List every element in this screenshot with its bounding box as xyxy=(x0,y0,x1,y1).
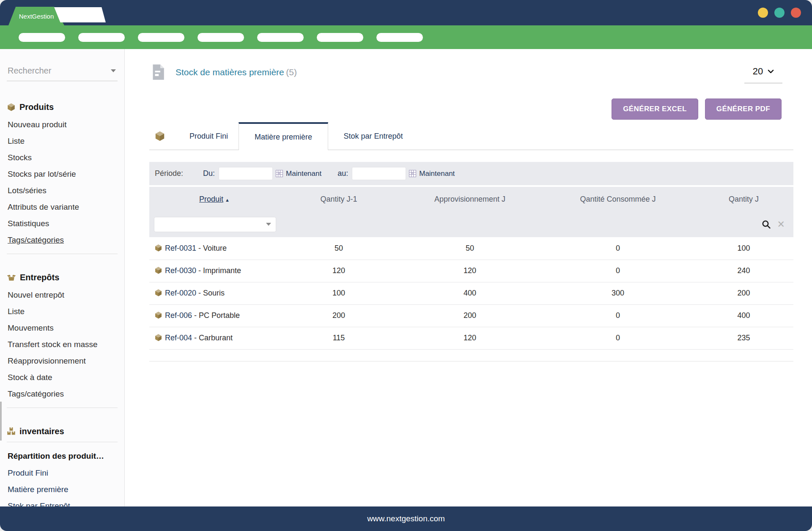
sidebar-divider xyxy=(7,254,118,254)
sidebar-item-produit-fini[interactable]: Produit Fini xyxy=(7,465,118,481)
sidebar-item-stocks[interactable]: Stocks xyxy=(7,149,118,166)
appro-j-cell: 120 xyxy=(398,327,542,349)
nav-item-placeholder-2[interactable] xyxy=(78,33,125,42)
qty-j1-cell: 120 xyxy=(280,260,398,282)
page-size-select[interactable]: 20 xyxy=(744,66,782,83)
sidebar-item-lots-series[interactable]: Lots/séries xyxy=(7,182,118,199)
page-title: Stock de matières première xyxy=(176,67,284,77)
calendar-icon[interactable] xyxy=(409,170,416,177)
product-ref-link[interactable]: Ref-004 xyxy=(165,334,192,342)
export-actions: GÉNÉRER EXCEL GÉNÉRER PDF xyxy=(612,99,782,120)
window-button-maximize[interactable] xyxy=(774,8,785,18)
tab-stok-par-entrepot[interactable]: Stok par Entrepôt xyxy=(328,122,418,150)
window-controls xyxy=(758,8,801,18)
tab-matiere-premiere[interactable]: Matière première xyxy=(239,122,328,150)
product-ref-link[interactable]: Ref-006 xyxy=(165,311,192,320)
chevron-down-icon xyxy=(266,223,271,226)
product-ref-link[interactable]: Ref-0031 xyxy=(165,244,196,252)
box-icon xyxy=(154,244,162,252)
conso-j-cell: 0 xyxy=(542,260,694,282)
nav-item-placeholder-1[interactable] xyxy=(19,33,65,42)
sidebar-item-mouvements[interactable]: Mouvements xyxy=(7,320,118,336)
blank-tab-placeholder[interactable] xyxy=(54,7,106,22)
sidebar-item-attributs-de-variante[interactable]: Attributs de variante xyxy=(7,199,118,215)
qty-j1-cell: 100 xyxy=(280,282,398,304)
stock-table: Produit▲ Qantity J-1 Approvisionnement J… xyxy=(149,187,793,361)
sidebar-item-liste-produits[interactable]: Liste xyxy=(7,133,118,149)
page-header: Stock de matières première (5) xyxy=(152,64,297,80)
table-row: Ref-004 - Carburant 115 120 0 235 xyxy=(149,327,793,349)
qty-j-cell: 400 xyxy=(694,304,793,327)
date-to-input[interactable] xyxy=(352,167,406,180)
window-button-close[interactable] xyxy=(791,8,801,18)
generate-pdf-button[interactable]: GÉNÉRER PDF xyxy=(705,99,782,120)
column-header-produit[interactable]: Produit▲ xyxy=(149,187,280,211)
product-name: - Voiture xyxy=(196,244,227,252)
search-input[interactable]: Rechercher xyxy=(7,66,118,81)
nav-item-placeholder-6[interactable] xyxy=(317,33,363,42)
box-icon xyxy=(154,289,162,297)
calendar-icon[interactable] xyxy=(276,170,283,177)
chevron-down-icon xyxy=(768,69,774,74)
column-header-approvisionnement-j: Approvisionnement J xyxy=(398,187,542,211)
sidebar-item-tags-categories-entrepots[interactable]: Tags/catégories xyxy=(7,386,118,402)
box-icon xyxy=(154,334,162,342)
sidebar-divider xyxy=(7,408,118,408)
sidebar-item-statistiques[interactable]: Statistiques xyxy=(7,215,118,232)
search-icon[interactable] xyxy=(761,219,771,230)
sidebar-scrollbar[interactable] xyxy=(0,402,2,441)
footer-url: www.nextgestion.com xyxy=(367,514,445,523)
qty-j1-cell: 200 xyxy=(280,304,398,327)
table-row: Ref-0020 - Souris 100 400 300 200 xyxy=(149,282,793,304)
sidebar-item-tags-categories-produits[interactable]: Tags/catégories xyxy=(7,232,118,248)
clear-filter-icon[interactable]: ✕ xyxy=(777,220,785,229)
column-header-qantity-j-1: Qantity J-1 xyxy=(280,187,398,211)
product-name: - Carburant xyxy=(192,334,233,342)
generate-excel-button[interactable]: GÉNÉRER EXCEL xyxy=(612,99,698,120)
table-row: Ref-006 - PC Portable 200 200 0 400 xyxy=(149,304,793,327)
sidebar-item-stok-par-entrepot[interactable]: Stok par Entrepôt xyxy=(7,498,118,506)
document-icon xyxy=(152,64,165,80)
qty-j-cell: 235 xyxy=(694,327,793,349)
sidebar-item-stocks-par-lot-serie[interactable]: Stocks par lot/série xyxy=(7,166,118,182)
page-size-value: 20 xyxy=(753,66,763,77)
au-label: au: xyxy=(337,169,348,178)
product-filter-select[interactable] xyxy=(154,217,276,232)
maintenant-link-to[interactable]: Maintenant xyxy=(419,170,455,178)
appro-j-cell: 50 xyxy=(398,237,542,260)
date-from-input[interactable] xyxy=(219,167,273,180)
cubes-icon xyxy=(7,427,16,436)
nav-item-placeholder-5[interactable] xyxy=(257,33,304,42)
brand-logo-text: NextGestion xyxy=(19,13,54,20)
appro-j-cell: 400 xyxy=(398,282,542,304)
sidebar-item-transfert-stock-en-masse[interactable]: Transfert stock en masse xyxy=(7,336,118,353)
sidebar-item-liste-entrepots[interactable]: Liste xyxy=(7,303,118,320)
page-count: (5) xyxy=(286,67,297,77)
search-placeholder: Rechercher xyxy=(8,66,51,76)
nav-item-placeholder-3[interactable] xyxy=(138,33,184,42)
box-icon xyxy=(7,103,16,112)
conso-j-cell: 0 xyxy=(542,237,694,260)
sidebar-item-matiere-premiere[interactable]: Matière première xyxy=(7,481,118,498)
product-ref-link[interactable]: Ref-0020 xyxy=(165,289,196,297)
sidebar-item-nouveau-produit[interactable]: Nouveau produit xyxy=(7,116,118,133)
sidebar-section-inventaires: inventaires xyxy=(7,427,118,436)
qty-j1-cell: 115 xyxy=(280,327,398,349)
qty-j-cell: 200 xyxy=(694,282,793,304)
sidebar-item-stock-a-date[interactable]: Stock à date xyxy=(7,369,118,386)
tab-produit-fini[interactable]: Produit Fini xyxy=(179,122,239,150)
du-label: Du: xyxy=(203,169,215,178)
table-footer-spacer xyxy=(149,349,793,361)
nav-item-placeholder-4[interactable] xyxy=(198,33,244,42)
sidebar-item-reapprovisionnement[interactable]: Réapprovisionnement xyxy=(7,353,118,369)
sidebar-report-group-title[interactable]: Répartition des produit… xyxy=(7,448,118,465)
product-name: - Souris xyxy=(196,289,225,297)
box-open-icon xyxy=(7,274,16,281)
window-button-minimize[interactable] xyxy=(758,8,768,18)
maintenant-link-from[interactable]: Maintenant xyxy=(286,170,321,178)
sidebar-divider xyxy=(7,442,118,442)
nav-item-placeholder-7[interactable] xyxy=(376,33,423,42)
product-ref-link[interactable]: Ref-0030 xyxy=(165,266,196,275)
sidebar-item-nouvel-entrepot[interactable]: Nouvel entrepôt xyxy=(7,287,118,303)
qty-j1-cell: 50 xyxy=(280,237,398,260)
